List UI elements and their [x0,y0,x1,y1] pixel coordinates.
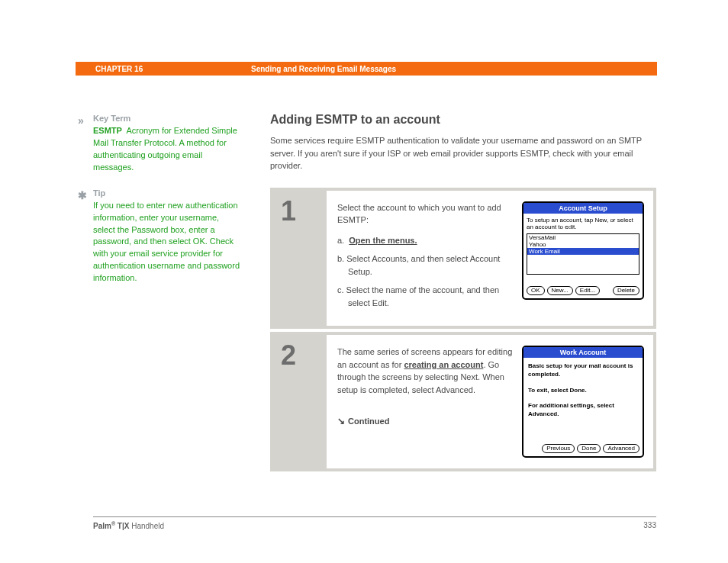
page-footer: Palm® T|X Handheld 333 [93,521,656,530]
list-item-selected[interactable]: Work Email [527,248,639,255]
edit-button[interactable]: Edit... [575,286,600,295]
step-content: The same series of screens appears for e… [327,335,653,468]
screen-line: Basic setup for your mail account is com… [528,362,638,379]
key-term-block: » Key Term ESMTP Acronym for Extended Si… [93,113,242,174]
step1-a: a. Open the menus. [337,234,513,247]
step1-lead: Select the account to which you want to … [337,201,513,227]
open-menus-link[interactable]: Open the menus. [349,236,417,245]
continued-indicator: ↘Continued [337,414,513,428]
step-number: 1 [273,191,327,327]
step-2: 2 The same series of screens appears for… [270,332,656,471]
page-number: 333 [643,521,656,530]
chapter-title: Sending and Receiving Email Messages [251,65,396,73]
tip-heading: Tip [93,188,105,198]
key-term-body: ESMTP Acronym for Extended Simple Mail T… [93,126,237,172]
step-text: The same series of screens appears for e… [337,346,513,458]
sidebar: » Key Term ESMTP Acronym for Extended Si… [93,113,242,298]
step-1: 1 Select the account to which you want t… [270,188,656,330]
screen-line: To exit, select Done. [528,387,638,395]
work-account-screen: Work Account Basic setup for your mail a… [522,346,644,458]
main-content: Adding ESMTP to an account Some services… [270,113,656,475]
screen-title: Work Account [523,347,643,358]
chevron-right-icon: » [78,113,84,128]
step2-body: The same series of screens appears for e… [337,346,513,396]
tip-block: ✱ Tip If you need to enter new authentic… [93,188,242,285]
arrow-down-right-icon: ↘ [337,416,345,426]
screen-line: For additional settings, select Advanced… [528,402,638,419]
previous-button[interactable]: Previous [542,444,575,453]
device-screenshot-1: Account Setup To setup an account, tap N… [522,201,644,316]
screen-hint: To setup an account, tap New, or select … [527,217,639,231]
creating-account-link[interactable]: creating an account [404,360,483,369]
chapter-header-bar: CHAPTER 16 Sending and Receiving Email M… [76,62,657,76]
product-name: Palm® T|X Handheld [93,521,164,530]
done-button[interactable]: Done [577,444,601,453]
screen-body: To setup an account, tap New, or select … [523,214,643,284]
ok-button[interactable]: OK [527,286,545,295]
step1-b: b. Select Accounts, and then select Acco… [337,253,513,278]
step-number: 2 [273,335,327,468]
screen-button-row: OK New... Edit... Delete [523,284,643,298]
new-button[interactable]: New... [547,286,573,295]
section-intro: Some services require ESMTP authenticati… [270,134,656,172]
asterisk-icon: ✱ [78,188,87,203]
screen-title: Account Setup [523,203,643,214]
key-term-term: ESMTP [93,126,122,135]
device-screenshot-2: Work Account Basic setup for your mail a… [522,346,644,458]
account-listbox: VersaMail Yahoo Work Email [527,233,639,275]
advanced-button[interactable]: Advanced [603,444,639,453]
step-text: Select the account to which you want to … [337,201,513,316]
delete-button[interactable]: Delete [613,286,639,295]
key-term-heading: Key Term [93,114,130,123]
tip-body: If you need to enter new authentication … [93,201,240,283]
screen-body: Basic setup for your mail account is com… [523,358,643,442]
chapter-label: CHAPTER 16 [95,65,251,73]
step1-c: c. Select the name of the account, and t… [337,284,513,309]
list-item[interactable]: Yahoo [527,241,639,248]
list-item[interactable]: VersaMail [527,234,639,241]
section-heading: Adding ESMTP to an account [270,113,656,127]
footer-rule [93,516,656,517]
screen-button-row: Previous Done Advanced [523,442,643,456]
step-content: Select the account to which you want to … [327,191,653,327]
account-setup-screen: Account Setup To setup an account, tap N… [522,201,644,300]
